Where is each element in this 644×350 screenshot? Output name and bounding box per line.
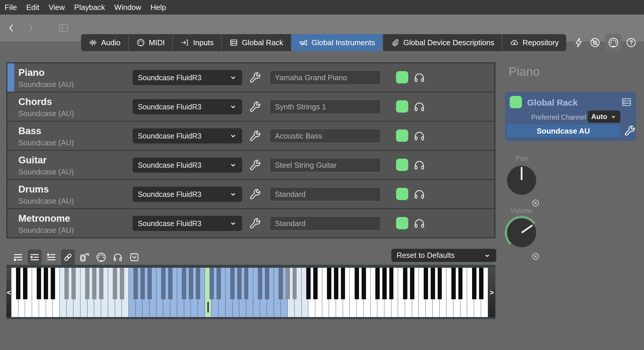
instrument-row-chords[interactable]: ChordsSoundcase (AU)Soundcase FluidR3Syn… <box>7 92 495 121</box>
dropdown-box-button[interactable] <box>127 249 141 265</box>
piano-black-key[interactable] <box>451 268 456 299</box>
link-button[interactable] <box>61 249 75 265</box>
patch-field[interactable]: Standard <box>270 216 381 231</box>
piano-black-key[interactable] <box>44 268 48 299</box>
piano-black-key[interactable] <box>168 268 173 299</box>
headphones-button[interactable] <box>111 249 125 265</box>
piano-black-key[interactable] <box>382 268 387 299</box>
patch-field[interactable]: Synth Strings 1 <box>270 99 381 114</box>
engine-settings-wrench-icon[interactable] <box>249 130 261 142</box>
piano-black-key[interactable] <box>375 268 380 299</box>
piano-black-key[interactable] <box>306 268 311 299</box>
tab-global-device-descriptions[interactable]: Global Device Descriptions <box>383 34 502 51</box>
list-marker-bottom-button[interactable] <box>11 249 25 265</box>
piano-black-key[interactable] <box>362 268 366 299</box>
piano-black-key[interactable] <box>410 268 414 299</box>
engine-settings-wrench-icon[interactable] <box>249 71 261 84</box>
instrument-row-piano[interactable]: PianoSoundcase (AU)Soundcase FluidR3Yama… <box>7 63 495 92</box>
tab-inputs[interactable]: Inputs <box>173 34 222 51</box>
tab-midi[interactable]: MIDI <box>129 34 173 51</box>
patch-field[interactable]: Yamaha Grand Piano <box>270 70 381 85</box>
instrument-active-toggle[interactable] <box>396 159 408 171</box>
solo-headphones-icon[interactable] <box>413 100 426 113</box>
piano-black-key[interactable] <box>217 268 221 299</box>
piano-black-key[interactable] <box>293 268 297 299</box>
piano-black-key[interactable] <box>438 268 442 299</box>
piano-black-key[interactable] <box>237 268 242 299</box>
piano-black-key[interactable] <box>279 268 283 299</box>
volume-knob[interactable] <box>507 218 536 247</box>
piano-black-key[interactable] <box>133 268 138 299</box>
instrument-row-bass[interactable]: BassSoundcase (AU)Soundcase FluidR3Acous… <box>7 122 495 150</box>
menu-item-view[interactable]: View <box>49 3 65 12</box>
instrument-row-drums[interactable]: DrumsSoundcase (AU)Soundcase FluidR3Stan… <box>7 180 495 208</box>
back-button[interactable] <box>5 22 18 34</box>
piano-black-key[interactable] <box>196 268 200 299</box>
piano-black-key[interactable] <box>472 268 476 299</box>
tab-global-instruments[interactable]: Global Instruments <box>291 34 383 51</box>
solo-headphones-icon[interactable] <box>413 217 426 230</box>
piano-black-key[interactable] <box>85 268 89 299</box>
instrument-row-guitar[interactable]: GuitarSoundcase (AU)Soundcase FluidR3Ste… <box>7 151 495 179</box>
engine-dropdown[interactable]: Soundcase FluidR3 <box>133 216 242 231</box>
piano-black-key[interactable] <box>431 268 435 299</box>
engine-dropdown[interactable]: Soundcase FluidR3 <box>133 158 242 173</box>
piano-black-key[interactable] <box>37 268 41 299</box>
menu-item-window[interactable]: Window <box>114 3 141 12</box>
instrument-active-toggle[interactable] <box>396 188 408 200</box>
reset-to-defaults-dropdown[interactable]: Reset to Defaults <box>391 249 496 262</box>
piano-black-key[interactable] <box>230 268 235 299</box>
piano-black-key[interactable] <box>424 268 428 299</box>
piano-black-key[interactable] <box>286 268 290 299</box>
piano-black-key[interactable] <box>120 268 124 299</box>
engine-dropdown[interactable]: Soundcase FluidR3 <box>133 70 242 85</box>
piano-black-key[interactable] <box>479 268 483 299</box>
solo-headphones-icon[interactable] <box>413 188 426 201</box>
engine-settings-wrench-icon[interactable] <box>249 188 261 201</box>
menu-item-help[interactable]: Help <box>151 3 166 12</box>
menu-item-edit[interactable]: Edit <box>26 3 39 12</box>
piano-black-key[interactable] <box>355 268 359 299</box>
piano-black-key[interactable] <box>389 268 394 299</box>
forward-button[interactable] <box>24 22 37 34</box>
midi-din-button[interactable] <box>94 249 108 265</box>
list-marker-middle-button[interactable] <box>28 249 42 265</box>
patch-field[interactable]: Acoustic Bass <box>270 129 381 143</box>
piano-black-key[interactable] <box>458 268 463 299</box>
piano-black-key[interactable] <box>23 268 27 299</box>
pan-knob[interactable] <box>507 166 536 195</box>
instrument-active-toggle[interactable] <box>396 130 408 142</box>
tab-global-rack[interactable]: Global Rack <box>222 34 291 51</box>
piano-black-key[interactable] <box>189 268 193 299</box>
keyboard-scroll-left[interactable]: < <box>6 268 11 317</box>
menu-item-file[interactable]: File <box>5 3 17 12</box>
instrument-row-metronome[interactable]: MetronomeSoundcase (AU)Soundcase FluidR3… <box>7 209 495 237</box>
preferred-channel-dropdown[interactable]: Auto <box>588 111 620 123</box>
solo-headphones-icon[interactable] <box>413 71 426 84</box>
piano-black-key[interactable] <box>147 268 152 299</box>
pan-reset-button[interactable] <box>531 199 540 207</box>
help-button[interactable]: ? <box>624 36 638 50</box>
piano-black-key[interactable] <box>210 268 214 299</box>
piano-black-key[interactable] <box>51 268 55 299</box>
piano-black-key[interactable] <box>403 268 407 299</box>
solo-headphones-icon[interactable] <box>413 159 426 172</box>
engine-settings-wrench-icon[interactable] <box>249 159 261 172</box>
solo-headphones-icon[interactable] <box>413 130 426 142</box>
piano-black-key[interactable] <box>244 268 249 299</box>
engine-settings-wrench-icon[interactable] <box>249 100 261 113</box>
piano-black-key[interactable] <box>71 268 76 299</box>
keyboard-scroll-right[interactable]: > <box>488 268 495 317</box>
tab-repository[interactable]: Repository <box>502 34 566 51</box>
lightning-button[interactable] <box>572 36 586 50</box>
patch-field[interactable]: Steel String Guitar <box>270 158 381 172</box>
instrument-active-toggle[interactable] <box>396 217 408 229</box>
list-marker-top-button[interactable] <box>44 249 58 265</box>
piano-black-key[interactable] <box>113 268 117 299</box>
menu-item-playback[interactable]: Playback <box>74 3 105 12</box>
piano-black-key[interactable] <box>313 268 318 299</box>
piano-black-key[interactable] <box>16 268 20 299</box>
piano-black-key[interactable] <box>140 268 145 299</box>
engine-dropdown[interactable]: Soundcase FluidR3 <box>133 187 242 202</box>
pad-strum-button[interactable] <box>78 249 92 265</box>
